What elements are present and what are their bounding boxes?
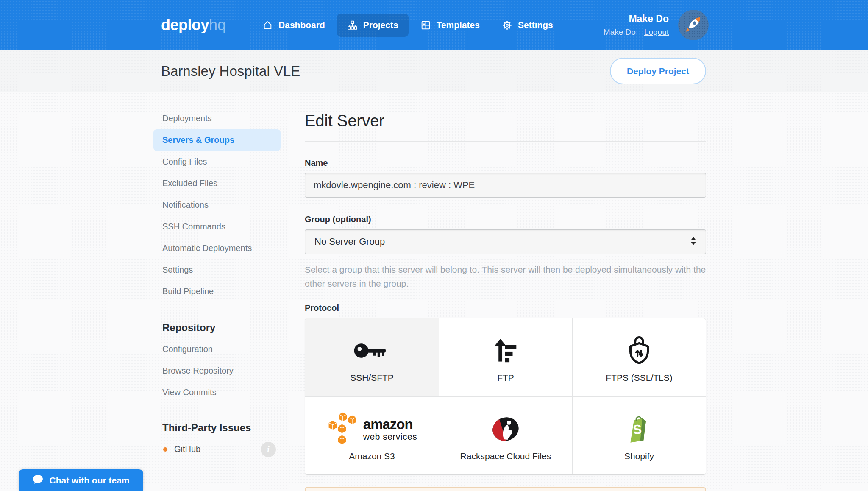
shield-lock-icon bbox=[625, 332, 654, 369]
rocket-icon bbox=[682, 13, 704, 37]
cutoff-notice-box bbox=[305, 487, 706, 491]
server-group-select[interactable]: No Server Group bbox=[305, 229, 706, 254]
protocol-tile-amazon-s3[interactable]: amazon web services Amazon S3 bbox=[305, 396, 439, 474]
chat-button-label: Chat with our team bbox=[49, 475, 129, 485]
sidebar-item-servers-groups[interactable]: Servers & Groups bbox=[153, 129, 281, 151]
user-display-name: Make Do bbox=[604, 13, 669, 25]
sidebar-item-configuration[interactable]: Configuration bbox=[153, 338, 281, 360]
protocol-tile-ftps[interactable]: FTPS (SSL/TLS) bbox=[572, 318, 706, 396]
server-name-input[interactable] bbox=[305, 173, 706, 198]
project-header: Barnsley Hospital VLE Deploy Project bbox=[0, 50, 868, 92]
shopify-logo: S bbox=[626, 410, 653, 448]
deploy-project-button[interactable]: Deploy Project bbox=[610, 58, 706, 84]
sidebar-item-config-files[interactable]: Config Files bbox=[153, 151, 281, 173]
protocol-label: Protocol bbox=[305, 303, 706, 313]
nav-item-templates[interactable]: Templates bbox=[410, 14, 490, 37]
sidebar-item-browse-repository[interactable]: Browse Repository bbox=[153, 360, 281, 382]
project-sidebar: Deployments Servers & Groups Config File… bbox=[153, 92, 281, 460]
sidebar-item-view-commits[interactable]: View Commits bbox=[153, 382, 281, 403]
sidebar-item-deployments[interactable]: Deployments bbox=[153, 108, 281, 129]
grid-window-icon bbox=[420, 20, 431, 31]
user-block: Make Do Make Do Logout bbox=[604, 13, 669, 37]
group-help-text: Select a group that this server will bel… bbox=[305, 262, 706, 290]
aws-logo: amazon web services bbox=[327, 410, 417, 448]
speech-bubble-icon bbox=[32, 474, 44, 487]
divider bbox=[305, 141, 706, 142]
aws-logo-text: amazon bbox=[363, 417, 417, 431]
edit-server-title: Edit Server bbox=[305, 112, 706, 130]
protocol-label-text: Shopify bbox=[624, 451, 654, 461]
gear-icon bbox=[502, 20, 512, 31]
main-nav-menu: Dashboard Projects Templates Settings bbox=[252, 14, 563, 37]
github-label: GitHub bbox=[174, 444, 200, 454]
sidebar-item-build-pipeline[interactable]: Build Pipeline bbox=[153, 281, 281, 302]
aws-logo-subtext: web services bbox=[363, 432, 417, 441]
protocol-tile-shopify[interactable]: S Shopify bbox=[572, 396, 706, 474]
nav-item-projects[interactable]: Projects bbox=[337, 14, 409, 37]
github-status-dot bbox=[163, 447, 167, 452]
key-icon bbox=[353, 332, 392, 369]
sitemap-icon bbox=[347, 20, 358, 31]
nav-label: Settings bbox=[518, 20, 553, 30]
sidebar-heading-repository: Repository bbox=[153, 317, 281, 338]
logout-link[interactable]: Logout bbox=[644, 28, 669, 37]
sidebar-item-excluded-files[interactable]: Excluded Files bbox=[153, 173, 281, 194]
home-icon bbox=[262, 20, 273, 31]
logo-bold: deploy bbox=[161, 16, 209, 33]
protocol-label-text: Rackspace Cloud Files bbox=[460, 451, 551, 461]
sidebar-item-settings[interactable]: Settings bbox=[153, 259, 281, 281]
protocol-tile-rackspace[interactable]: Rackspace Cloud Files bbox=[439, 396, 572, 474]
nav-item-dashboard[interactable]: Dashboard bbox=[252, 14, 335, 37]
nav-label: Dashboard bbox=[278, 20, 325, 30]
protocol-tile-ftp[interactable]: FTP bbox=[439, 318, 572, 396]
account-name: Make Do bbox=[604, 28, 636, 37]
protocol-label-text: Amazon S3 bbox=[349, 451, 395, 461]
protocol-label-text: FTP bbox=[497, 373, 514, 383]
name-label: Name bbox=[305, 158, 706, 168]
select-arrows-icon bbox=[690, 237, 696, 247]
nav-label: Projects bbox=[363, 20, 398, 30]
logo-light: hq bbox=[209, 16, 226, 33]
nav-label: Templates bbox=[437, 20, 480, 30]
protocol-label-text: FTPS (SSL/TLS) bbox=[606, 373, 673, 383]
ftp-transfer-icon bbox=[492, 332, 520, 369]
sidebar-item-notifications[interactable]: Notifications bbox=[153, 194, 281, 216]
sidebar-heading-third-party: Third-Party Issues bbox=[153, 417, 281, 438]
sidebar-item-github[interactable]: GitHub i bbox=[153, 438, 281, 460]
page-title: Barnsley Hospital VLE bbox=[161, 63, 300, 79]
group-label: Group (optional) bbox=[305, 215, 706, 224]
avatar[interactable] bbox=[678, 10, 709, 40]
chat-with-team-button[interactable]: Chat with our team bbox=[19, 469, 143, 491]
nav-item-settings[interactable]: Settings bbox=[492, 14, 563, 37]
sidebar-item-ssh-commands[interactable]: SSH Commands bbox=[153, 216, 281, 237]
edit-server-panel: Edit Server Name Group (optional) No Ser… bbox=[305, 92, 706, 491]
nav-user-area: Make Do Make Do Logout bbox=[604, 10, 709, 40]
rackspace-logo bbox=[487, 410, 524, 448]
protocol-tile-ssh-sftp[interactable]: SSH/SFTP bbox=[305, 318, 439, 396]
deployhq-logo[interactable]: deployhq bbox=[161, 16, 226, 34]
server-group-value: No Server Group bbox=[314, 236, 385, 247]
protocol-grid: SSH/SFTP FTP bbox=[305, 318, 706, 475]
info-icon[interactable]: i bbox=[261, 442, 276, 457]
svg-text:S: S bbox=[632, 421, 642, 437]
protocol-label-text: SSH/SFTP bbox=[350, 373, 394, 383]
top-nav-bar: deployhq Dashboard Projects Templates Se… bbox=[0, 0, 868, 50]
sidebar-item-automatic-deployments[interactable]: Automatic Deployments bbox=[153, 237, 281, 259]
